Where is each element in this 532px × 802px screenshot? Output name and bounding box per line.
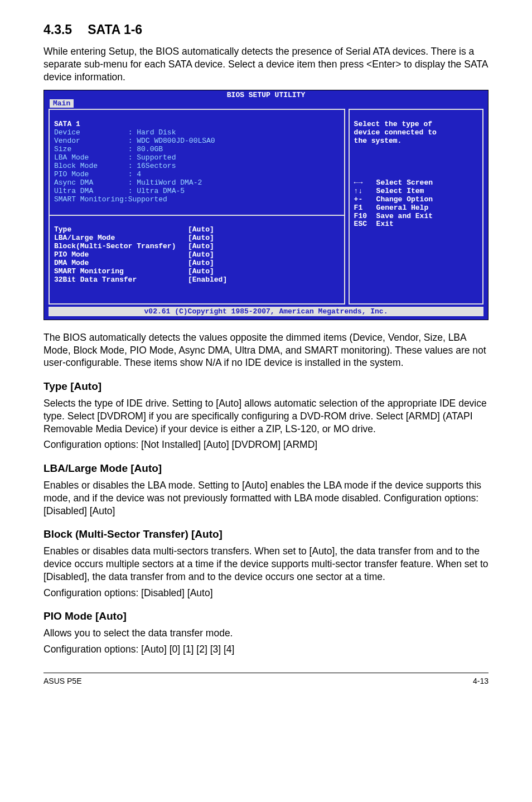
bios-dim-row: Vendor : WDC WD800JD-00LSA0 [54,137,340,146]
bios-nav-row: F1General Help [354,204,478,212]
footer-right: 4-13 [473,677,489,685]
body-paragraph: Configuration options: [Not Installed] [… [43,438,489,451]
bios-copyright: v02.61 (C)Copyright 1985-2007, American … [49,307,483,316]
body-paragraph: Enables or disables the LBA mode. Settin… [43,479,489,517]
bios-nav-row: ↑↓Select Item [354,187,478,196]
bios-cfg-row: DMA Mode[Auto] [54,259,340,268]
intro-paragraph: While entering Setup, the BIOS automatic… [43,45,489,83]
page-footer: ASUS P5E 4-13 [43,673,489,685]
subsection-heading: Type [Auto] [43,380,489,393]
bios-cfg-row: PIO Mode[Auto] [54,251,340,259]
after-bios-paragraph: The BIOS automatically detects the value… [43,331,489,369]
bios-sata-header: SATA 1 [54,120,80,128]
bios-right-panel: Select the type of device connected to t… [349,109,483,305]
bios-dim-row: Ultra DMA : Ultra DMA-5 [54,187,340,196]
bios-nav-row: ESCExit [354,220,478,229]
body-paragraph: Allows you to select the data transfer m… [43,627,489,640]
body-paragraph: Enables or disables data multi-sectors t… [43,545,489,583]
section-heading: 4.3.5SATA 1-6 [43,22,489,37]
bios-tab-main: Main [50,99,74,108]
bios-title: BIOS SETUP UTILITY [44,90,488,99]
bios-dim-row: Async DMA : MultiWord DMA-2 [54,179,340,187]
bios-dim-rows: Device : Hard DiskVendor : WDC WD800JD-0… [54,129,340,204]
bios-nav-keys: ←→Select Screen↑↓Select Item+-Change Opt… [354,179,478,229]
subsection-heading: PIO Mode [Auto] [43,610,489,622]
bios-left-panel: SATA 1 Device : Hard DiskVendor : WDC WD… [49,109,345,305]
bios-nav-row: F10Save and Exit [354,212,478,221]
bios-dim-row: SMART Monitoring:Supported [54,196,340,204]
bios-cfg-row: LBA/Large Mode[Auto] [54,234,340,243]
subsection-heading: Block (Multi-Sector Transfer) [Auto] [43,528,489,540]
subsection-heading: LBA/Large Mode [Auto] [43,462,489,475]
footer-left: ASUS P5E [43,677,81,685]
bios-dim-row: LBA Mode : Supported [54,154,340,162]
bios-screenshot: BIOS SETUP UTILITY Main SATA 1 Device : … [43,90,489,320]
bios-nav-row: +-Change Option [354,196,478,204]
bios-help-text: Select the type of device connected to t… [354,120,437,145]
body-paragraph: Configuration options: [Auto] [0] [1] [2… [43,643,489,656]
bios-tabs: Main [44,99,488,109]
bios-dim-row: Block Mode : 16Sectors [54,162,340,171]
bios-nav-row: ←→Select Screen [354,179,478,187]
bios-cfg-row: 32Bit Data Transfer[Enabled] [54,276,340,284]
bios-dim-row: PIO Mode : 4 [54,171,340,179]
section-title: SATA 1-6 [88,22,142,37]
section-number: 4.3.5 [43,22,72,37]
bios-dim-row: Device : Hard Disk [54,129,340,137]
bios-cfg-row: Type[Auto] [54,226,340,234]
bios-cfg-row: Block(Multi-Sector Transfer)[Auto] [54,243,340,251]
bios-cfg-rows: Type[Auto]LBA/Large Mode[Auto]Block(Mult… [54,226,340,284]
body-paragraph: Configuration options: [Disabled] [Auto] [43,587,489,600]
bios-dim-row: Size : 80.0GB [54,146,340,154]
bios-cfg-row: SMART Monitoring[Auto] [54,268,340,276]
body-paragraph: Selects the type of IDE drive. Setting t… [43,397,489,435]
